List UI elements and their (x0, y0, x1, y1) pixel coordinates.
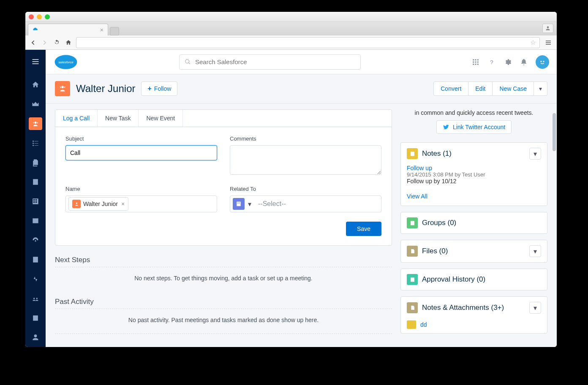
approval-card-icon (407, 274, 418, 285)
mac-titlebar (25, 12, 557, 22)
related-to-select[interactable]: ▾ --Select-- (230, 195, 381, 212)
nav-accounts-icon[interactable] (29, 195, 42, 208)
tab-new-task[interactable]: New Task (98, 110, 139, 127)
past-activity-heading: Past Activity (55, 298, 392, 309)
nav-people-icon[interactable] (29, 331, 42, 344)
notes-menu-button[interactable]: ▾ (529, 148, 541, 160)
home-button[interactable] (64, 38, 73, 47)
nav-contacts-icon[interactable] (29, 214, 42, 227)
name-pill-text: Walter Junior (83, 201, 118, 207)
name-lookup[interactable]: Walter Junior × (65, 195, 217, 212)
nav-dashboards-icon[interactable] (29, 234, 42, 247)
person-icon (545, 25, 551, 31)
nav-tasks-icon[interactable] (29, 137, 42, 149)
tab-new-event[interactable]: New Event (139, 110, 183, 127)
tab-log-a-call[interactable]: Log a Call (55, 110, 98, 127)
related-to-label: Related To (230, 186, 381, 192)
notes-view-all[interactable]: View All (401, 190, 547, 206)
bookmark-star-icon[interactable]: ☆ (530, 38, 536, 46)
address-bar[interactable]: ☆ (76, 37, 540, 48)
record-header: Walter Junior + Follow Convert Edit New … (46, 74, 557, 103)
nav-files-icon[interactable] (29, 156, 42, 169)
files-card: Files (0) ▾ (400, 240, 547, 263)
svg-rect-5 (473, 61, 474, 62)
svg-rect-6 (475, 61, 476, 62)
more-actions-button[interactable]: ▾ (534, 81, 547, 96)
notifications-bell-icon[interactable] (520, 58, 528, 66)
link-twitter-button[interactable]: Link Twitter Account (436, 120, 512, 134)
svg-rect-9 (475, 63, 476, 65)
note-preview: Follow up by 10/12 (407, 178, 541, 184)
related-placeholder: --Select-- (258, 200, 286, 208)
chrome-menu-button[interactable] (543, 39, 553, 46)
nav-feed-icon[interactable] (29, 273, 42, 285)
search-input[interactable] (195, 58, 355, 65)
scrollbar[interactable] (553, 113, 556, 151)
nav-calendar-icon[interactable] (29, 312, 42, 324)
attachments-menu-button[interactable]: ▾ (529, 302, 541, 314)
nav-toggle-icon[interactable] (31, 57, 40, 66)
main-column: Log a Call New Task New Event Subject (55, 103, 392, 338)
pill-remove-icon[interactable]: × (121, 201, 125, 207)
window-minimize-dot[interactable] (37, 14, 42, 19)
files-menu-button[interactable]: ▾ (529, 245, 541, 257)
chrome-profile-button[interactable] (542, 24, 553, 33)
forward-button[interactable] (41, 38, 49, 47)
nav-notes-icon[interactable] (29, 176, 42, 188)
comments-textarea[interactable] (230, 145, 381, 175)
record-title: Walter Junior (76, 83, 135, 95)
browser-tab[interactable]: × (28, 24, 108, 35)
name-pill[interactable]: Walter Junior × (68, 197, 128, 211)
files-card-icon (407, 246, 418, 257)
side-column: in common and quickly access recent twee… (400, 103, 547, 338)
reload-button[interactable] (52, 38, 61, 47)
window-close-dot[interactable] (29, 14, 34, 19)
salesforce-logo[interactable]: salesforce (53, 53, 79, 71)
follow-label: Follow (154, 85, 171, 92)
app-launcher-icon[interactable] (471, 58, 480, 66)
folder-icon (407, 320, 416, 329)
subject-input[interactable] (65, 145, 217, 160)
svg-rect-3 (475, 59, 476, 60)
nav-groups-icon[interactable] (29, 292, 42, 305)
approval-card: Approval History (0) (400, 268, 547, 290)
svg-point-13 (543, 61, 544, 62)
nav-home-icon[interactable] (29, 79, 42, 91)
back-button[interactable] (29, 38, 37, 47)
comments-label: Comments (230, 136, 381, 142)
global-search[interactable] (179, 54, 361, 70)
new-case-button[interactable]: New Case (493, 81, 534, 96)
nav-crown-icon[interactable] (29, 98, 42, 111)
svg-rect-10 (477, 63, 479, 65)
setup-gear-icon[interactable] (504, 58, 512, 66)
new-tab-button[interactable] (110, 27, 119, 35)
content-area: salesforce ? Walter (46, 50, 557, 347)
attachment-link[interactable]: dd (420, 321, 427, 328)
note-link[interactable]: Follow up (407, 165, 541, 171)
approval-title[interactable]: Approval History (0) (422, 275, 485, 284)
nav-leads-icon[interactable] (29, 117, 42, 130)
follow-button[interactable]: + Follow (141, 81, 177, 96)
nav-reports-icon[interactable] (29, 253, 42, 266)
record-action-group: Convert Edit New Case ▾ (433, 81, 547, 96)
groups-title[interactable]: Groups (0) (422, 219, 456, 227)
user-avatar[interactable] (536, 55, 549, 69)
subject-label: Subject (65, 136, 217, 142)
save-button[interactable]: Save (346, 222, 381, 236)
next-steps-empty: No next steps. To get things moving, add… (55, 269, 392, 287)
cloud-icon (33, 27, 38, 33)
notes-title[interactable]: Notes (1) (422, 149, 452, 158)
tab-close-icon[interactable]: × (100, 27, 103, 33)
convert-button[interactable]: Convert (433, 81, 468, 96)
activity-panel: Log a Call New Task New Event Subject (55, 109, 392, 246)
edit-button[interactable]: Edit (468, 81, 493, 96)
plus-icon: + (147, 85, 151, 92)
help-icon[interactable]: ? (487, 58, 496, 66)
files-title[interactable]: Files (0) (422, 247, 448, 255)
note-meta: 9/14/2015 3:08 PM by Test User (407, 171, 541, 178)
twitter-card: in common and quickly access recent twee… (400, 109, 547, 136)
chrome-tab-strip: × (25, 22, 557, 35)
groups-card: Groups (0) (400, 212, 547, 234)
attachments-title[interactable]: Notes & Attachments (3+) (422, 304, 504, 312)
window-zoom-dot[interactable] (45, 14, 50, 19)
